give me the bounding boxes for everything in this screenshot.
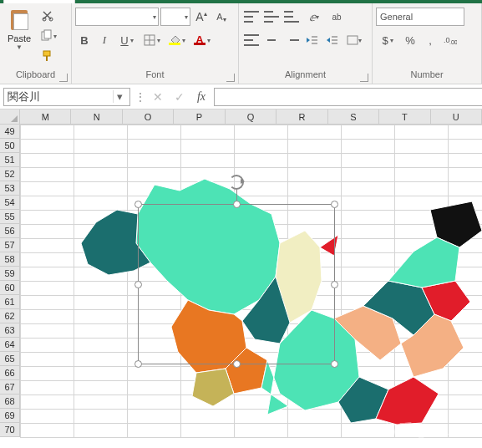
row-header[interactable]: 60	[0, 281, 20, 295]
shape-selection-box[interactable]	[138, 204, 335, 364]
scissors-icon	[41, 9, 54, 23]
row-header[interactable]: 52	[0, 167, 20, 181]
row-header[interactable]: 63	[0, 323, 20, 338]
align-right-button[interactable]	[282, 31, 301, 49]
cut-button[interactable]	[38, 7, 57, 25]
enter-button[interactable]: ✓	[169, 88, 190, 106]
column-header[interactable]: T	[379, 109, 430, 125]
name-box-value: 関谷川	[8, 89, 40, 104]
paste-button[interactable]: Paste ▼	[3, 5, 35, 65]
column-header[interactable]: U	[431, 109, 482, 125]
align-left-icon	[244, 34, 259, 46]
indent-icon	[326, 35, 337, 45]
alignment-launcher[interactable]	[360, 74, 368, 82]
increase-font-button[interactable]: A▴	[192, 8, 211, 26]
row-header[interactable]: 54	[0, 196, 20, 210]
column-header[interactable]: Q	[226, 109, 277, 125]
svg-rect-15	[348, 36, 358, 44]
font-launcher[interactable]	[226, 74, 235, 82]
font-color-button[interactable]: A ▾	[190, 31, 214, 49]
row-header[interactable]: 50	[0, 139, 20, 153]
column-header[interactable]: P	[174, 109, 225, 125]
align-center-button[interactable]	[262, 31, 281, 49]
orientation-button[interactable]: ⅇ▾	[302, 8, 326, 26]
worksheet-grid[interactable]: MNOPQRSTU 495051525354555657585960616263…	[0, 109, 482, 448]
resize-handle[interactable]	[134, 201, 142, 208]
fill-color-button[interactable]: ▾	[165, 31, 189, 49]
resize-handle[interactable]	[233, 360, 241, 368]
borders-icon	[144, 34, 155, 46]
increase-decimal-button[interactable]: .0.00	[441, 31, 459, 49]
align-middle-button[interactable]	[262, 8, 281, 26]
increase-indent-button[interactable]	[322, 31, 341, 49]
select-all-corner[interactable]	[0, 109, 20, 125]
decrease-indent-button[interactable]	[302, 31, 321, 49]
wrap-text-button[interactable]: ab	[327, 8, 346, 26]
resize-handle[interactable]	[331, 201, 338, 208]
svg-text:.00: .00	[449, 39, 457, 45]
borders-button[interactable]: ▾	[140, 31, 164, 49]
currency-button[interactable]: $▾	[376, 31, 399, 49]
format-painter-button[interactable]	[38, 47, 57, 65]
font-name-combo[interactable]: ▾	[75, 8, 159, 26]
align-top-button[interactable]	[242, 8, 261, 26]
underline-button[interactable]: U▾	[115, 31, 139, 49]
alignment-group-label: Alignment	[285, 69, 326, 79]
font-size-combo[interactable]: ▾	[160, 8, 190, 26]
formula-bar-handle[interactable]: ⋮	[134, 91, 147, 103]
row-header[interactable]: 57	[0, 238, 20, 252]
column-header[interactable]: O	[123, 109, 174, 125]
merge-icon	[347, 35, 358, 45]
row-header[interactable]: 49	[0, 125, 20, 139]
row-header[interactable]: 58	[0, 252, 20, 267]
resize-handle[interactable]	[134, 281, 142, 288]
row-header[interactable]: 64	[0, 338, 20, 352]
bold-button[interactable]: B	[75, 31, 94, 49]
align-right-icon	[284, 34, 299, 46]
number-format-combo[interactable]: General	[376, 8, 464, 26]
clipboard-launcher[interactable]	[59, 74, 68, 82]
insert-function-button[interactable]: fx	[190, 88, 212, 106]
decrease-font-button[interactable]: A▾	[212, 8, 231, 26]
resize-handle[interactable]	[331, 281, 338, 288]
comma-button[interactable]: ,	[421, 31, 439, 49]
row-header[interactable]: 69	[0, 409, 20, 423]
row-header[interactable]: 51	[0, 153, 20, 167]
name-box[interactable]: 関谷川 ▾	[3, 88, 130, 106]
align-left-button[interactable]	[242, 31, 261, 49]
row-header[interactable]: 61	[0, 295, 20, 309]
column-header[interactable]: M	[20, 109, 71, 125]
italic-button[interactable]: I	[95, 31, 114, 49]
clipboard-group-label: Clipboard	[16, 69, 55, 79]
copy-button[interactable]: ▾	[38, 27, 57, 45]
align-middle-icon	[264, 11, 279, 23]
chevron-down-icon[interactable]: ▼	[16, 43, 23, 51]
merge-button[interactable]: ▾	[342, 31, 366, 49]
row-header[interactable]: 65	[0, 352, 20, 366]
row-header[interactable]: 68	[0, 395, 20, 409]
svg-rect-4	[43, 51, 50, 56]
row-header[interactable]: 70	[0, 423, 20, 437]
column-header[interactable]: S	[328, 109, 379, 125]
percent-button[interactable]: %	[401, 31, 419, 49]
row-header[interactable]: 56	[0, 224, 20, 238]
column-header[interactable]: N	[71, 109, 122, 125]
column-header[interactable]: R	[277, 109, 327, 125]
resize-handle[interactable]	[233, 201, 241, 208]
row-header[interactable]: 53	[0, 181, 20, 196]
cancel-button[interactable]: ✕	[147, 88, 169, 106]
resize-handle[interactable]	[331, 360, 338, 368]
outdent-icon	[306, 35, 317, 45]
rotate-handle-icon[interactable]	[229, 175, 244, 190]
format-painter-icon	[41, 49, 54, 63]
row-header[interactable]: 55	[0, 210, 20, 224]
row-header[interactable]: 59	[0, 267, 20, 281]
align-bottom-icon	[284, 11, 299, 23]
row-header[interactable]: 66	[0, 366, 20, 380]
name-box-dropdown[interactable]: ▾	[113, 90, 126, 103]
resize-handle[interactable]	[134, 360, 142, 368]
align-bottom-button[interactable]	[282, 8, 301, 26]
row-header[interactable]: 67	[0, 380, 20, 395]
formula-bar-input[interactable]	[214, 88, 482, 106]
row-header[interactable]: 62	[0, 309, 20, 323]
